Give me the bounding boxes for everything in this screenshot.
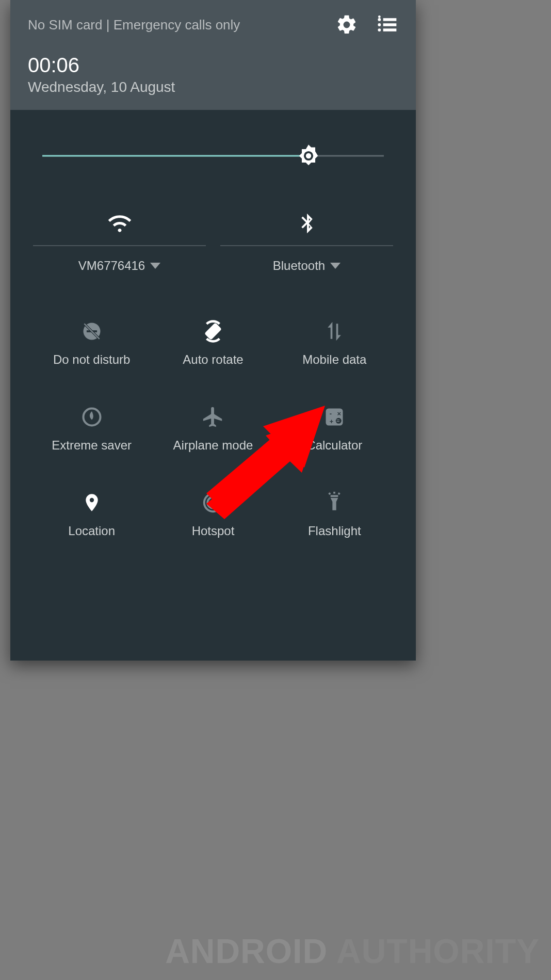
svg-rect-1 <box>383 23 397 26</box>
calculator-tile[interactable]: -×+= Calculator <box>276 403 393 453</box>
extreme-saver-label: Extreme saver <box>52 438 132 453</box>
bluetooth-label: Bluetooth <box>273 259 325 273</box>
location-icon <box>82 492 102 513</box>
mobile-data-tile[interactable]: Mobile data <box>276 317 393 367</box>
svg-rect-0 <box>383 18 397 21</box>
wifi-icon <box>107 211 133 236</box>
flashlight-tile[interactable]: Flashlight <box>276 489 393 538</box>
airplane-tile[interactable]: Airplane mode <box>154 403 271 453</box>
svg-point-21 <box>210 500 215 505</box>
svg-text:=: = <box>336 417 339 424</box>
wifi-tile[interactable]: VM6776416 <box>33 209 206 273</box>
chevron-down-icon <box>330 263 341 269</box>
auto-rotate-tile[interactable]: Auto rotate <box>154 317 271 367</box>
bluetooth-icon <box>295 212 319 235</box>
bluetooth-tile[interactable]: Bluetooth <box>220 209 393 273</box>
svg-rect-13 <box>204 323 222 340</box>
flashlight-label: Flashlight <box>308 524 361 538</box>
mobile-data-label: Mobile data <box>302 352 366 367</box>
calculator-icon: -×+= <box>323 406 346 428</box>
wifi-label: VM6776416 <box>78 259 145 273</box>
dnd-label: Do not disturb <box>53 352 130 367</box>
svg-point-3 <box>378 18 381 21</box>
airplane-label: Airplane mode <box>173 438 253 453</box>
svg-rect-25 <box>333 492 335 494</box>
svg-rect-27 <box>338 492 341 495</box>
hotspot-tile[interactable]: Hotspot <box>154 489 271 538</box>
svg-point-8 <box>306 153 311 158</box>
svg-text:×: × <box>337 410 342 417</box>
svg-point-4 <box>378 23 381 26</box>
panel-header: No SIM card | Emergency calls only 00:06… <box>10 0 416 110</box>
watermark-part2: AUTHORITY <box>336 932 540 970</box>
mobile-data-icon <box>323 320 346 343</box>
wifi-dropdown[interactable]: VM6776416 <box>78 259 160 273</box>
watermark-part1: ANDROID <box>165 932 328 970</box>
svg-rect-24 <box>331 495 338 497</box>
hotspot-icon <box>201 491 225 515</box>
status-text: No SIM card | Emergency calls only <box>28 17 240 33</box>
time-text: 00:06 <box>28 54 398 77</box>
svg-point-6 <box>378 15 381 18</box>
dnd-icon <box>80 320 103 343</box>
hotspot-label: Hotspot <box>192 524 235 538</box>
svg-text:+: + <box>330 417 334 425</box>
brightness-thumb-icon[interactable] <box>295 142 322 169</box>
bluetooth-dropdown[interactable]: Bluetooth <box>273 259 341 273</box>
svg-rect-2 <box>383 28 397 31</box>
calculator-label: Calculator <box>306 438 362 453</box>
location-tile[interactable]: Location <box>33 489 150 538</box>
location-label: Location <box>68 524 115 538</box>
svg-rect-26 <box>329 492 331 495</box>
brightness-slider[interactable] <box>42 142 384 170</box>
watermark: ANDROID AUTHORITY <box>165 931 540 971</box>
extreme-saver-icon <box>80 406 103 428</box>
extreme-saver-tile[interactable]: Extreme saver <box>33 403 150 453</box>
dnd-tile[interactable]: Do not disturb <box>33 317 150 367</box>
quick-settings-panel: No SIM card | Emergency calls only 00:06… <box>10 0 416 661</box>
airplane-icon <box>201 405 225 429</box>
auto-rotate-icon <box>201 319 225 344</box>
date-text: Wednesday, 10 August <box>28 79 398 95</box>
chevron-down-icon <box>150 263 160 269</box>
slider-fill <box>42 155 309 157</box>
svg-text:-: - <box>330 410 332 417</box>
settings-icon[interactable] <box>335 13 358 36</box>
panel-body: VM6776416 Bluetooth <box>10 110 416 661</box>
list-order-icon[interactable] <box>376 13 398 36</box>
auto-rotate-label: Auto rotate <box>183 352 243 367</box>
svg-point-5 <box>378 28 381 31</box>
flashlight-icon <box>323 491 346 514</box>
